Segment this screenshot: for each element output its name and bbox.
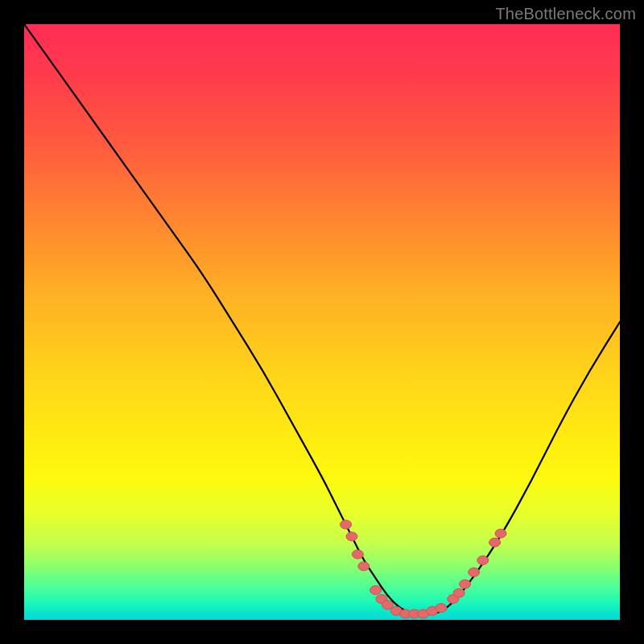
chart-marker [352,550,363,559]
chart-plot-area [24,24,620,620]
chart-marker [346,532,357,541]
chart-svg [24,24,620,620]
chart-stage: TheBottleneck.com [0,0,644,644]
chart-curve [24,24,620,614]
chart-marker [370,586,382,595]
chart-marker-group [341,520,506,618]
chart-marker [453,588,464,597]
chart-marker [460,580,471,588]
chart-marker [341,520,352,529]
chart-marker [477,556,489,565]
chart-marker [469,568,480,576]
chart-marker [382,601,393,609]
chart-marker [489,538,501,547]
chart-marker [358,562,369,571]
chart-marker [495,529,506,538]
watermark-text: TheBottleneck.com [495,5,636,23]
chart-marker [436,604,447,613]
